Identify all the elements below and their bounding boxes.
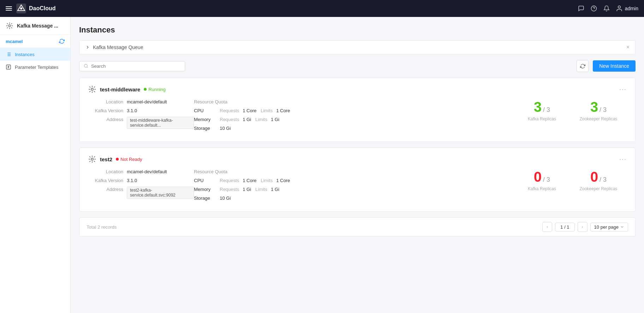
instance-card: test-middleware Running ··· Location mca… [79,78,636,142]
instance-card: test2 Not Ready ··· Location mcamel-dev/… [79,148,636,212]
kafka-instance-icon [88,155,96,163]
svg-point-15 [91,158,93,160]
breadcrumb-label: Kafka Message Queue [93,44,143,50]
card-body: Location mcamel-dev/default Kafka Versio… [88,169,627,204]
memory-requests-value: 1 Gi [243,187,251,192]
svg-line-13 [87,67,88,68]
zookeeper-replica-current: 3 [590,99,598,115]
user-label: admin [625,6,638,11]
memory-row: Memory Requests 1 Gi Limits 1 Gi [194,117,514,122]
refresh-button[interactable] [577,60,589,72]
address-label: Address [88,187,127,192]
kafka-app-icon [6,22,13,30]
kafka-version-row: Kafka Version 3.1.0 [88,178,194,183]
pagination-controls: ‹ 1 / 1 › 10 per page [542,222,628,232]
sidebar-item-instances[interactable]: Instances [0,48,70,61]
kafka-replica-label: Kafka Replicas [528,116,556,121]
search-box[interactable] [79,61,185,71]
address-row: Address test2-kafka-service.default.svc:… [88,187,194,199]
notification-icon[interactable] [603,5,610,12]
next-page-button[interactable]: › [578,222,587,232]
kafka-version-value: 3.1.0 [127,108,137,113]
parameter-templates-icon [6,64,11,70]
memory-label: Memory [194,117,217,122]
breadcrumb-chevron-icon [85,45,90,50]
location-value: mcamel-dev/default [127,99,167,104]
resource-quota-header: Resource Quota [194,99,514,104]
zookeeper-replica-label: Zookeeper Replicas [580,186,618,191]
cpu-label: CPU [194,108,217,113]
address-value[interactable]: test-middleware-kafka-service.default... [127,117,194,129]
memory-label: Memory [194,187,217,192]
address-value[interactable]: test2-kafka-service.default.svc:9092 [127,187,194,199]
address-label: Address [88,117,127,122]
page-indicator: 1 / 1 [555,223,574,231]
kafka-version-row: Kafka Version 3.1.0 [88,108,194,113]
page-title: Instances [79,25,636,35]
prev-page-button[interactable]: ‹ [542,222,552,232]
kafka-instance-icon [88,85,96,94]
search-input[interactable] [91,64,181,69]
more-options-button[interactable]: ··· [619,156,627,163]
kafka-replica-total: / 3 [543,176,550,183]
svg-point-12 [84,64,88,67]
kafka-replica-total: / 3 [543,106,550,113]
cpu-row: CPU Requests 1 Core Limits 1 Core [194,178,514,183]
help-icon[interactable] [590,5,597,12]
cpu-limits-label: Limits [261,178,273,183]
new-instance-button[interactable]: New Instance [593,60,636,72]
sidebar: Kafka Message ... mcamel Instances Param… [0,17,71,313]
kafka-version-label: Kafka Version [88,108,127,113]
status-badge: Not Ready [116,157,142,162]
pagination-bar: Total 2 records ‹ 1 / 1 › 10 per page [79,217,636,236]
resource-section: Resource Quota CPU Requests 1 Core Limit… [194,99,514,134]
card-header: test-middleware Running ··· [88,85,627,94]
refresh-workspace-icon[interactable] [59,38,65,44]
workspace-selector[interactable]: mcamel [0,35,70,48]
cpu-requests-value: 1 Core [243,108,256,113]
main-content: Instances Kafka Message Queue × New [71,17,644,313]
instance-name: test2 [100,156,112,162]
workspace-name: mcamel [6,39,23,44]
memory-requests-label: Requests [220,187,239,192]
cpu-requests-label: Requests [220,178,239,183]
zookeeper-replica-current: 0 [590,169,598,185]
location-label: Location [88,99,127,104]
user-icon [616,5,623,12]
resource-quota-header: Resource Quota [194,169,514,174]
status-text: Not Ready [120,157,142,162]
kafka-replica-section: 3 / 3 Kafka Replicas [514,99,570,121]
memory-limits-value: 1 Gi [271,187,279,192]
cpu-row: CPU Requests 1 Core Limits 1 Core [194,108,514,113]
storage-row: Storage 10 Gi [194,126,514,131]
toolbar-right: New Instance [577,60,636,72]
per-page-label: 10 per page [594,224,619,230]
brand-name: DaoCloud [29,5,56,12]
cpu-limits-label: Limits [261,108,273,113]
chat-icon[interactable] [578,5,585,12]
more-options-button[interactable]: ··· [619,86,627,93]
resource-section: Resource Quota CPU Requests 1 Core Limit… [194,169,514,204]
location-label: Location [88,169,127,174]
brand-icon [16,4,26,13]
hamburger-icon[interactable] [6,6,12,11]
storage-label: Storage [194,195,217,201]
memory-limits-value: 1 Gi [271,117,279,122]
storage-row: Storage 10 Gi [194,195,514,201]
svg-point-14 [91,88,93,90]
card-body: Location mcamel-dev/default Kafka Versio… [88,99,627,134]
total-records: Total 2 records [87,224,117,230]
resource-quota-label: Resource Quota [194,99,228,104]
memory-limits-label: Limits [255,117,267,122]
breadcrumb-close-icon[interactable]: × [626,44,630,50]
per-page-selector[interactable]: 10 per page [590,223,628,231]
sidebar-item-parameter-templates[interactable]: Parameter Templates [0,61,70,73]
card-header: test2 Not Ready ··· [88,155,627,163]
address-row: Address test-middleware-kafka-service.de… [88,117,194,129]
app-name-label: Kafka Message ... [17,23,58,29]
user-menu[interactable]: admin [616,5,638,12]
cpu-requests-value: 1 Core [243,178,256,183]
storage-value: 10 Gi [220,126,231,131]
status-dot [116,158,119,161]
status-text: Running [148,87,165,92]
